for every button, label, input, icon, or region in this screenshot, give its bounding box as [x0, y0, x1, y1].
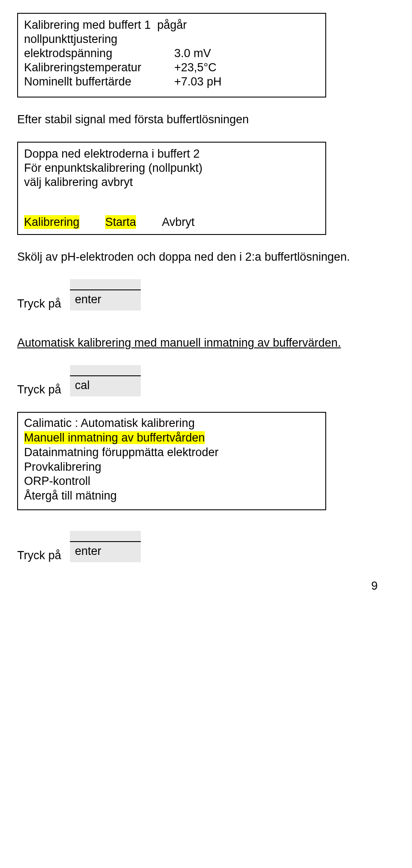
press-label-2: Tryck på [17, 383, 61, 396]
instruction-line1: Doppa ned elektroderna i buffert 2 [24, 147, 319, 161]
calibration-menu-box: Calimatic : Automatisk kalibrering Manue… [17, 412, 326, 510]
para-rinse: Skölj av pH-elektroden och doppa ned den… [17, 250, 395, 264]
press-enter-row: Tryck på enter [17, 279, 395, 311]
row1-label: elektrodspänning [24, 46, 174, 61]
row3-label: Nominellt buffertärde [24, 75, 174, 89]
menu-item-return[interactable]: Återgå till mätning [24, 489, 319, 503]
page-number: 9 [17, 579, 395, 593]
cal-key[interactable]: cal [70, 365, 141, 396]
heading-auto-calibration: Automatisk kalibrering med manuell inmat… [17, 336, 395, 350]
calibration-status-box: Kalibrering med buffert 1 pågår nollpunk… [17, 13, 326, 97]
row3-value: +7.03 pH [174, 75, 221, 89]
enter-key-label-2: enter [70, 542, 141, 562]
cal-key-label: cal [70, 376, 141, 396]
enter-key[interactable]: enter [70, 279, 141, 311]
action-start[interactable]: Starta [105, 215, 136, 229]
press-label-3: Tryck på [17, 549, 61, 562]
row2-label: Kalibreringstemperatur [24, 61, 174, 75]
menu-item-test-cal[interactable]: Provkalibrering [24, 460, 319, 475]
calibration-title-1: Kalibrering med buffert 1 [24, 18, 151, 31]
row2-value: +23,5°C [174, 61, 217, 75]
enter-key-2[interactable]: enter [70, 531, 141, 562]
press-enter-row-2: Tryck på enter [17, 531, 395, 562]
action-calibration[interactable]: Kalibrering [24, 215, 79, 229]
row1-value: 3.0 mV [174, 46, 211, 61]
press-cal-row: Tryck på cal [17, 365, 395, 396]
calibration-line2: nollpunkttjustering [24, 32, 319, 46]
instruction-line2: För enpunktskalibrering (nollpunkt) [24, 161, 319, 175]
instruction-line3: välj kalibrering avbryt [24, 175, 319, 189]
press-label-1: Tryck på [17, 297, 61, 311]
enter-key-label: enter [70, 290, 141, 311]
menu-item-orp[interactable]: ORP-kontroll [24, 474, 319, 489]
calibration-title-2: pågår [157, 18, 187, 31]
instruction-box: Doppa ned elektroderna i buffert 2 För e… [17, 142, 326, 235]
action-cancel[interactable]: Avbryt [162, 215, 194, 229]
menu-item-data-entry[interactable]: Datainmatning föruppmätta elektroder [24, 445, 319, 460]
para-after-stable: Efter stabil signal med första buffertlö… [17, 113, 395, 126]
menu-item-manual[interactable]: Manuell inmatning av buffertvården [24, 431, 205, 444]
menu-item-calimatic[interactable]: Calimatic : Automatisk kalibrering [24, 416, 319, 431]
